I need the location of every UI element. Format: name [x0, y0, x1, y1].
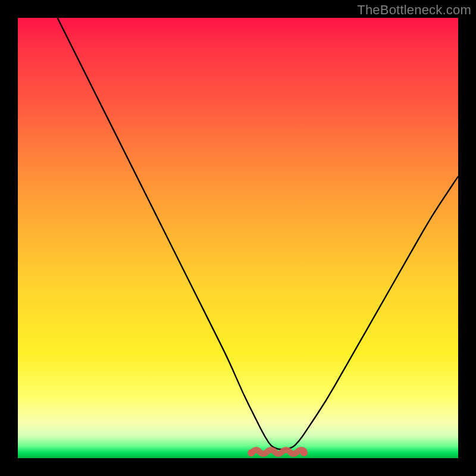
valley-endpoint [248, 449, 255, 456]
curve-path [58, 18, 458, 449]
chart-frame: TheBottleneck.com [0, 0, 476, 476]
valley-scribble [251, 450, 304, 454]
valley-marker [248, 449, 308, 456]
chart-svg [18, 18, 458, 458]
watermark-text: TheBottleneck.com [357, 2, 471, 18]
valley-endpoint [300, 449, 308, 456]
bottleneck-curve [58, 18, 458, 449]
